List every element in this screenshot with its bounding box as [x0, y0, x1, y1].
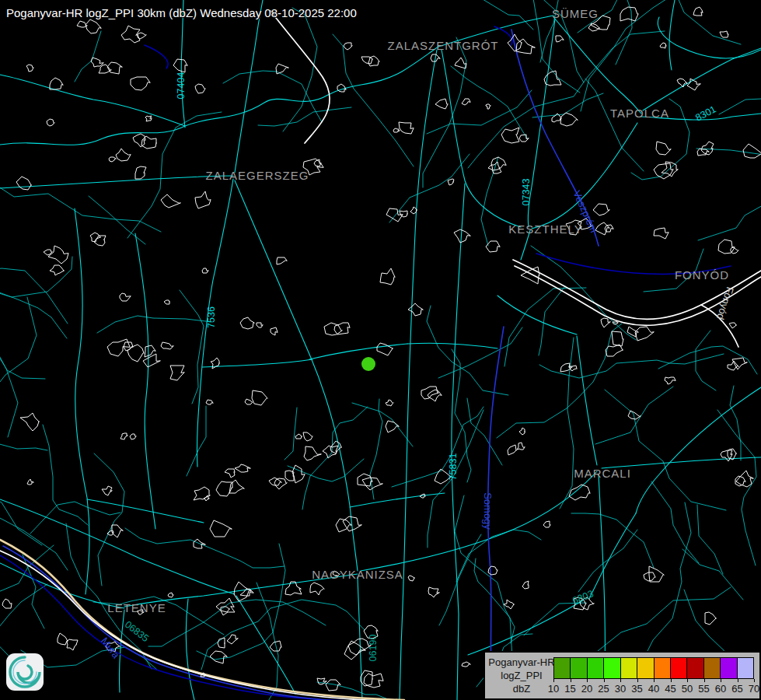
base-map: [0, 0, 761, 700]
legend-unit: dbZ: [488, 682, 555, 695]
main-road: [135, 233, 155, 529]
settlement-outline: [410, 207, 417, 214]
settlement-outline: [743, 144, 761, 158]
city-label-nagykanizsa: NAGYKANIZSA: [312, 568, 403, 581]
highway: [271, 11, 330, 143]
settlement-outline: [91, 58, 103, 67]
city-label-fonyd: FONYÓD: [675, 268, 729, 282]
settlement-outline: [593, 204, 609, 215]
main-road: [75, 208, 89, 594]
legend-color-cell-10: [554, 658, 571, 678]
spiral-icon: [6, 653, 44, 691]
radar-image: Poganyvar-HR logZ_PPI 30km (dbZ) Wednesd…: [0, 0, 761, 700]
region-label-somogy: Somogy: [482, 492, 494, 530]
road-number-label-07343: 07343: [521, 179, 532, 206]
settlement-outline: [728, 361, 738, 370]
minor-road: [539, 286, 565, 355]
settlement-outline: [135, 166, 146, 179]
legend-tick-label: 60: [715, 683, 726, 695]
legend-tick: [721, 679, 721, 682]
settlement-outline: [504, 600, 514, 609]
minor-road: [697, 505, 723, 574]
minor-road: [30, 502, 120, 534]
settlement-outline: [303, 432, 312, 441]
minor-road: [187, 406, 206, 476]
settlement-outline: [569, 366, 577, 371]
legend-tick-label: 20: [581, 683, 592, 695]
settlement-outline: [721, 450, 732, 461]
product-title: Poganyvar-HR logZ_PPI 30km (dbZ) Wednesd…: [6, 6, 357, 19]
settlement-outline: [508, 445, 516, 455]
settlement-outline: [361, 670, 372, 686]
settlement-outline: [517, 443, 525, 450]
city-label-letenye: LETENYE: [107, 601, 166, 614]
legend-tick-label: 35: [631, 683, 642, 695]
settlement-outline: [168, 593, 173, 597]
settlement-outline: [654, 228, 668, 239]
minor-road: [717, 410, 756, 565]
settlement-outline: [660, 43, 666, 48]
settlement-outline: [314, 159, 321, 166]
settlement-outline: [560, 113, 578, 126]
settlement-outline: [310, 583, 324, 595]
minor-road: [201, 600, 365, 670]
settlement-outline: [400, 211, 407, 217]
settlement-outline: [588, 23, 599, 31]
settlement-outline: [693, 7, 703, 16]
settlement-outline: [116, 149, 131, 161]
radar-echo: [361, 357, 375, 371]
legend-tick-label: 15: [564, 683, 575, 695]
settlement-outline: [337, 84, 346, 92]
settlement-outline: [386, 208, 403, 222]
legend-tick-label: 30: [615, 683, 626, 695]
settlement-outline: [67, 639, 78, 650]
settlement-outline: [173, 59, 187, 72]
settlement-outline: [77, 21, 87, 27]
settlement-outline: [48, 246, 68, 264]
legend-color-cell-60: [721, 658, 737, 678]
settlement-outline: [380, 268, 395, 285]
settlement-outline: [86, 19, 101, 33]
minor-road: [427, 90, 532, 134]
settlement-outline: [133, 134, 145, 147]
minor-road: [0, 297, 37, 404]
settlement-outline: [462, 99, 470, 105]
legend-tick: [654, 679, 655, 682]
legend-color-cell-20: [588, 658, 604, 678]
minor-road: [418, 0, 533, 30]
main-road: [0, 176, 233, 188]
settlement-outline: [729, 323, 736, 328]
main-road: [658, 17, 761, 58]
settlement-outline: [161, 342, 173, 349]
legend-tick-label: 10: [548, 683, 559, 695]
settlement-outline: [543, 521, 550, 527]
settlement-outline: [304, 446, 321, 460]
settlement-outline: [501, 128, 519, 143]
road-number-label-75831: 75831: [448, 453, 459, 481]
settlement-outline: [195, 84, 205, 93]
settlement-outline: [635, 327, 654, 341]
main-road: [0, 75, 185, 126]
road-number-label-06190: 06190: [368, 635, 379, 662]
settlement-outline: [120, 433, 127, 439]
river: [145, 45, 168, 68]
legend-tick: [587, 679, 588, 682]
road-number-label-7536: 7536: [206, 306, 217, 328]
legend-tick: [687, 679, 688, 682]
settlement-outline: [50, 265, 64, 275]
settlement-outline: [2, 599, 12, 608]
minor-road: [0, 302, 45, 379]
minor-road: [333, 34, 414, 166]
minor-road: [651, 481, 699, 563]
legend-tick: [620, 679, 621, 682]
minor-road: [423, 37, 466, 187]
main-road: [497, 296, 577, 334]
legend-color-cell-25: [604, 658, 620, 678]
legend-tick-label: 70: [749, 683, 759, 695]
legend-tick: [604, 679, 605, 682]
minor-road-network: [0, 0, 761, 700]
legend-color-cell-35: [637, 658, 654, 678]
minor-road: [0, 341, 18, 437]
settlement-outline: [138, 33, 146, 39]
minor-road: [285, 408, 297, 460]
